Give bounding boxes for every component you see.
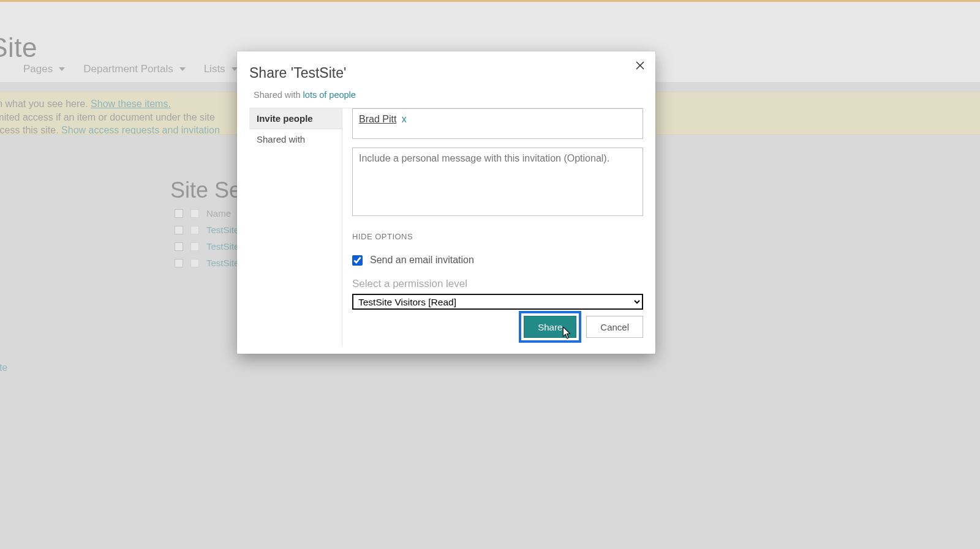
row-checkbox-2[interactable] [190, 226, 199, 234]
notice-text: rmissions from what you see here. [0, 99, 91, 109]
hide-options-toggle[interactable]: HIDE OPTIONS [352, 232, 643, 241]
select-all-checkbox[interactable] [175, 209, 183, 218]
highlight-ring: Share [519, 311, 581, 343]
top-nav: Pages Department Portals Lists [0, 63, 238, 75]
permissions-list: Name TestSite TestSite TestSite [175, 208, 239, 274]
notice-text: s may have limited access if an item or … [0, 112, 215, 122]
send-email-option[interactable]: Send an email invitation [352, 255, 643, 266]
show-access-requests-link[interactable]: Show access requests and invitation [61, 125, 220, 135]
group-link[interactable]: TestSite [206, 241, 239, 252]
permission-level-select[interactable]: TestSite Visitors [Read] [352, 294, 643, 310]
invitation-message-input[interactable] [352, 148, 643, 216]
permission-level-label: Select a permission level [352, 278, 643, 290]
row-checkbox-2[interactable] [190, 259, 199, 267]
nav-label: Pages [23, 63, 53, 75]
dialog-body: Invite people Shared with Brad Pitt x HI… [249, 108, 643, 346]
invite-panel: Brad Pitt x HIDE OPTIONS Send an email i… [342, 108, 643, 346]
shared-with-summary: Shared with lots of people [254, 90, 356, 100]
tab-invite-people[interactable]: Invite people [249, 108, 342, 129]
nav-label: Lists [204, 63, 225, 75]
selected-person: Brad Pitt [359, 114, 396, 124]
list-header: Name [175, 208, 239, 218]
nav-item-lists[interactable]: Lists [204, 63, 238, 75]
row-checkbox[interactable] [175, 259, 183, 267]
close-icon [635, 61, 645, 70]
show-items-link[interactable]: Show these items. [91, 99, 171, 109]
site-title: stSite [0, 32, 37, 63]
chevron-down-icon [59, 67, 65, 71]
row-checkbox-2[interactable] [190, 242, 199, 251]
share-button[interactable]: Share [524, 316, 576, 338]
list-item[interactable]: TestSite [175, 225, 239, 235]
header-checkbox[interactable] [190, 209, 199, 218]
notice-text: at they can access this site. [0, 125, 61, 135]
people-picker[interactable]: Brad Pitt x [352, 108, 643, 139]
dialog-title: Share 'TestSite' [249, 65, 346, 81]
dialog-actions: Share Cancel [519, 311, 643, 343]
row-checkbox[interactable] [175, 242, 183, 251]
share-dialog: Share 'TestSite' Shared with lots of peo… [237, 51, 655, 354]
close-button[interactable] [631, 56, 649, 75]
list-item[interactable]: TestSite [175, 258, 239, 268]
tab-shared-with[interactable]: Shared with [249, 129, 342, 149]
nav-item-pages[interactable]: Pages [23, 63, 65, 75]
send-email-label: Send an email invitation [370, 255, 474, 266]
shared-with-link[interactable]: lots of people [303, 90, 356, 100]
send-email-checkbox[interactable] [352, 255, 363, 266]
cancel-button[interactable]: Cancel [586, 316, 643, 338]
list-item[interactable]: TestSite [175, 241, 239, 252]
left-nav-link[interactable]: ate [0, 362, 7, 373]
column-name[interactable]: Name [206, 208, 231, 218]
dialog-tabs: Invite people Shared with [249, 108, 342, 346]
group-link[interactable]: TestSite [206, 258, 239, 268]
row-checkbox[interactable] [175, 226, 183, 234]
shared-prefix: Shared with [254, 90, 303, 100]
group-link[interactable]: TestSite [206, 225, 239, 235]
chevron-down-icon [179, 67, 186, 71]
nav-item-department-portals[interactable]: Department Portals [83, 63, 185, 75]
nav-label: Department Portals [83, 63, 173, 75]
remove-person-button[interactable]: x [402, 114, 407, 124]
